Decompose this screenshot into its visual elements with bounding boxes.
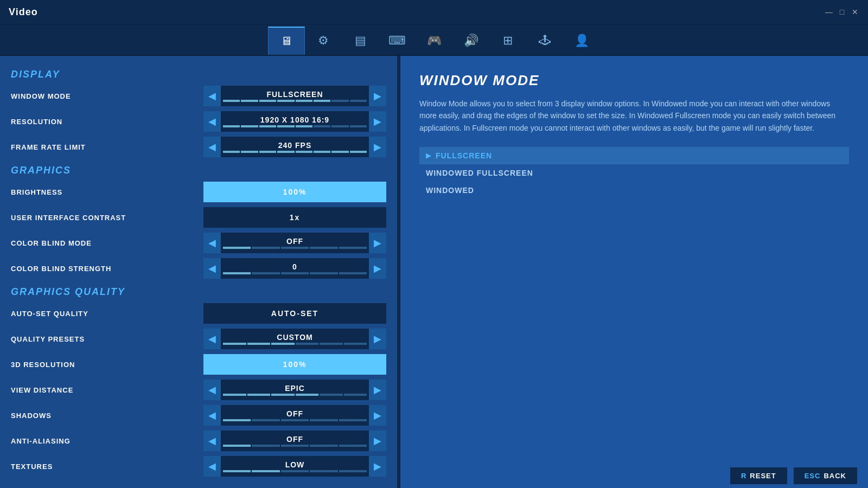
setting-row-framerate: FRAME RATE LIMIT ◀ 240 FPS: [11, 136, 386, 158]
back-key: ESC: [805, 472, 821, 480]
option-windowed-fullscreen[interactable]: WINDOWED FULLSCREEN: [419, 164, 849, 182]
3d-res-value: 100%: [283, 360, 307, 369]
reset-button[interactable]: R RESET: [730, 467, 787, 484]
option-windowed[interactable]: WINDOWED: [419, 182, 849, 199]
quality-presets-control: ◀ CUSTOM ▶: [203, 329, 386, 349]
back-button[interactable]: ESC BACK: [794, 467, 857, 484]
framerate-prev[interactable]: ◀: [203, 137, 221, 157]
window-mode-value: FULLSCREEN: [266, 90, 323, 99]
bar-seg: [281, 419, 309, 421]
antialiasing-prev[interactable]: ◀: [203, 431, 221, 451]
tab-display[interactable]: ▤: [342, 27, 379, 55]
bar-seg: [310, 470, 337, 472]
window-mode-next[interactable]: ▶: [369, 86, 386, 106]
bar-seg: [331, 100, 348, 102]
tab-video[interactable]: 🖥: [268, 27, 305, 55]
brightness-value-box[interactable]: 100%: [203, 182, 386, 202]
shadows-prev[interactable]: ◀: [203, 405, 221, 426]
tab-gamepad[interactable]: 🕹: [526, 27, 563, 55]
bar-seg: [271, 394, 295, 396]
maximize-btn[interactable]: □: [838, 8, 846, 16]
window-controls: — □ ✕: [825, 8, 859, 16]
bar-seg: [259, 100, 276, 102]
colorblind-next[interactable]: ▶: [369, 233, 386, 253]
bar-seg: [271, 343, 295, 345]
view-distance-label: VIEW DISTANCE: [11, 386, 203, 394]
bar-seg: [350, 125, 367, 127]
bar-seg: [277, 125, 294, 127]
bar-seg: [339, 445, 367, 447]
3d-res-label: 3D RESOLUTION: [11, 361, 203, 369]
option-fullscreen[interactable]: ▶ FULLSCREEN: [419, 147, 849, 164]
bar-seg: [331, 151, 348, 153]
framerate-value-box: 240 FPS: [221, 137, 369, 157]
quality-presets-next[interactable]: ▶: [369, 329, 386, 349]
antialiasing-next[interactable]: ▶: [369, 431, 386, 451]
framerate-value: 240 FPS: [278, 141, 311, 150]
bar-seg: [310, 247, 337, 249]
framerate-label: FRAME RATE LIMIT: [11, 143, 203, 151]
display-section-header: DISPLAY: [11, 69, 386, 80]
option-windowed-fullscreen-label: WINDOWED FULLSCREEN: [426, 169, 533, 177]
framerate-control: ◀ 240 FPS ▶: [203, 137, 386, 157]
colorblind-strength-next[interactable]: ▶: [369, 258, 386, 279]
bar-seg: [247, 394, 271, 396]
bar-seg: [223, 272, 251, 274]
brightness-control: 100%: [203, 182, 386, 202]
tab-network[interactable]: ⊞: [489, 27, 526, 55]
resolution-prev[interactable]: ◀: [203, 111, 221, 132]
bar-seg: [223, 470, 251, 472]
view-distance-prev[interactable]: ◀: [203, 380, 221, 400]
tab-settings[interactable]: ⚙: [305, 27, 342, 55]
textures-value: LOW: [285, 460, 305, 469]
colorblind-strength-prev[interactable]: ◀: [203, 258, 221, 279]
bar-seg: [223, 343, 246, 345]
framerate-next[interactable]: ▶: [369, 137, 386, 157]
resolution-label: RESOLUTION: [11, 118, 203, 126]
bar-seg: [339, 470, 367, 472]
bar-seg: [339, 272, 367, 274]
titlebar: Video — □ ✕: [0, 0, 868, 24]
tab-controller2[interactable]: 🎮: [416, 27, 452, 55]
bar-seg: [252, 445, 279, 447]
view-distance-next[interactable]: ▶: [369, 380, 386, 400]
bar-seg: [241, 125, 258, 127]
ui-contrast-value-box[interactable]: 1x: [203, 207, 386, 228]
quality-presets-prev[interactable]: ◀: [203, 329, 221, 349]
bar-seg: [223, 151, 240, 153]
settings-panel: DISPLAY WINDOW MODE ◀ FULLSCREEN: [0, 56, 399, 488]
minimize-btn[interactable]: —: [825, 8, 833, 16]
tab-user[interactable]: 👤: [563, 27, 600, 55]
info-panel: WINDOW MODE Window Mode allows you to se…: [400, 56, 868, 488]
window-mode-prev[interactable]: ◀: [203, 86, 221, 106]
close-btn[interactable]: ✕: [851, 8, 859, 16]
shadows-value: OFF: [286, 409, 303, 418]
option-windowed-label: WINDOWED: [426, 186, 474, 195]
bar-seg: [259, 125, 276, 127]
bottom-bar: R RESET ESC BACK: [400, 464, 868, 488]
bar-seg: [241, 100, 258, 102]
textures-next[interactable]: ▶: [369, 456, 386, 477]
bar-seg: [223, 247, 251, 249]
colorblind-bars: [221, 247, 369, 249]
gear-icon: ⚙: [318, 34, 329, 48]
quality-presets-bars: [221, 343, 369, 345]
bar-seg: [281, 247, 309, 249]
resolution-next[interactable]: ▶: [369, 111, 386, 132]
bar-seg: [320, 343, 343, 345]
tab-keyboard[interactable]: ⌨: [379, 27, 416, 55]
colorblind-prev[interactable]: ◀: [203, 233, 221, 253]
monitor-icon: 🖥: [280, 34, 292, 48]
bar-seg: [252, 272, 279, 274]
tab-audio[interactable]: 🔊: [452, 27, 489, 55]
bar-seg: [314, 151, 330, 153]
textures-prev[interactable]: ◀: [203, 456, 221, 477]
network-icon: ⊞: [503, 34, 513, 48]
resolution-value-box: 1920 X 1080 16:9: [221, 111, 369, 132]
framerate-bars: [221, 151, 369, 153]
shadows-next[interactable]: ▶: [369, 405, 386, 426]
3d-res-value-box[interactable]: 100%: [203, 354, 386, 375]
setting-row-colorblind: COLOR BLIND MODE ◀ OFF ▶: [11, 232, 386, 254]
autoset-value-box[interactable]: AUTO-SET: [203, 303, 386, 324]
option-arrow-icon: ▶: [426, 152, 431, 159]
